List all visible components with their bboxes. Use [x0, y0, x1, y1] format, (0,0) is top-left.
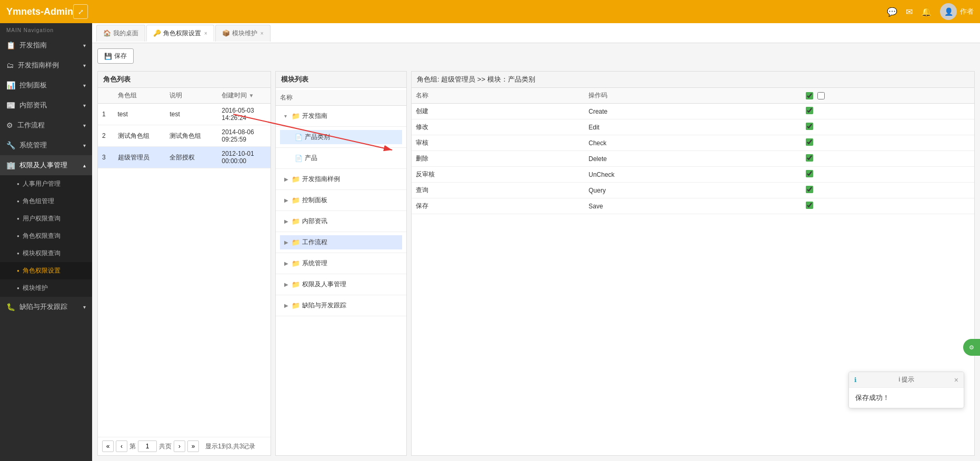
perm-row: 删除 Delete: [412, 151, 974, 167]
checkbox-save[interactable]: [806, 202, 813, 209]
col-desc[interactable]: 说明: [165, 88, 217, 104]
perm-table: 名称 操作码: [412, 88, 974, 214]
sidebar-item-dashboard[interactable]: 📊 控制面板 ▾: [0, 75, 92, 95]
header-actions: 💬 ✉ 🔔 👤 作者: [887, 3, 974, 20]
toast-header: ℹ i 提示 ×: [849, 372, 964, 388]
bell-icon[interactable]: 🔔: [921, 7, 932, 17]
perm-check-query: [802, 183, 974, 198]
tree-row[interactable]: ▶ 📁 内部资讯: [276, 211, 406, 232]
sidebar-item-perm-mgmt[interactable]: 🏢 权限及人事管理 ▴: [0, 155, 92, 175]
folder-icon5: 📁: [292, 238, 300, 246]
table-row[interactable]: 2 测试角色组 测试角色组 2014-08-0609:25:59: [98, 125, 271, 147]
sub-label-user-perm: 用户权限查询: [23, 214, 61, 223]
email-icon[interactable]: ✉: [906, 7, 913, 17]
tree-item-workflow-node[interactable]: ▶ 📁 工作流程: [280, 235, 402, 249]
tree-item-control-panel[interactable]: ▶ 📁 控制面板: [280, 193, 402, 207]
sidebar-item-sys-mgmt[interactable]: 🔧 系统管理 ▾: [0, 135, 92, 155]
workflow-icon: ⚙: [6, 121, 13, 129]
check-all-unchecked[interactable]: [817, 92, 825, 99]
tree-item-dev-guide[interactable]: ▾ 📁 开发指南: [280, 109, 402, 123]
toast-close-button[interactable]: ×: [954, 376, 958, 384]
checkbox-create[interactable]: [806, 107, 813, 114]
sidebar-item-module-maint[interactable]: ● 模块维护: [0, 279, 92, 297]
tree-expand-icon8: ▶: [284, 303, 289, 308]
sidebar-item-bug-track[interactable]: 🐛 缺陷与开发跟踪 ▾: [0, 297, 92, 317]
tree-row[interactable]: 📄 产品类别: [276, 127, 406, 148]
prev-page-button[interactable]: ‹: [116, 440, 127, 452]
sidebar-item-dev-guide[interactable]: 📋 开发指南 ▾: [0, 35, 92, 55]
share-button[interactable]: ⤢: [73, 4, 88, 19]
sidebar-item-dev-example[interactable]: 🗂 开发指南样例 ▾: [0, 55, 92, 75]
sidebar-item-internal[interactable]: 📰 内部资讯 ▾: [0, 95, 92, 115]
tree-row[interactable]: ▶ 📁 工作流程: [276, 232, 406, 253]
tree-row[interactable]: ▶ 📁 权限及人事管理: [276, 274, 406, 295]
toast-title: i 提示: [898, 375, 914, 384]
last-page-button[interactable]: »: [187, 440, 199, 452]
col-created-at[interactable]: 创建时间 ▼: [217, 88, 271, 104]
tab-module-maint[interactable]: 📦 模块维护 ×: [215, 25, 271, 42]
col-role-group[interactable]: 角色组: [114, 88, 166, 104]
brand-logo[interactable]: Ymnets-Admin: [6, 6, 73, 17]
sidebar-item-module-perm[interactable]: ● 模块权限查询: [0, 245, 92, 262]
page-input[interactable]: [138, 440, 157, 452]
checkbox-edit[interactable]: [806, 123, 813, 130]
tree-item-bug-node[interactable]: ▶ 📁 缺陷与开发跟踪: [280, 298, 402, 313]
table-row[interactable]: 1 test test 2016-05-0314:26:24: [98, 104, 271, 125]
role-perm-tab-icon: 🔑: [153, 29, 161, 37]
pagination: « ‹ 第 共页 › » 显示1到3,共3记录: [98, 437, 271, 455]
sidebar-label-dashboard: 控制面板: [19, 81, 47, 90]
col-perm-check: [802, 88, 974, 104]
tree-item-product-cat[interactable]: 📄 产品类别: [280, 130, 402, 144]
sidebar-label-perm-mgmt: 权限及人事管理: [19, 161, 67, 170]
sidebar-item-role-set[interactable]: ● 角色权限设置: [0, 262, 92, 279]
perm-check-create: [802, 104, 974, 119]
sidebar-item-role-perm[interactable]: ● 角色权限查询: [0, 227, 92, 245]
perm-row: 查询 Query: [412, 183, 974, 198]
tab-desktop[interactable]: 🏠 我的桌面: [96, 25, 145, 42]
next-page-button[interactable]: ›: [174, 440, 185, 452]
table-row-selected[interactable]: 3 超级管理员 全部授权 2012-10-0100:00:00: [98, 147, 271, 168]
role-list-header: 角色列表: [98, 72, 271, 88]
tree-item-perm-mgmt-node[interactable]: ▶ 📁 权限及人事管理: [280, 277, 402, 292]
checkbox-query[interactable]: [806, 186, 813, 193]
file-icon: 📄: [295, 134, 303, 141]
user-avatar-area[interactable]: 👤 作者: [940, 3, 974, 20]
message-icon[interactable]: 💬: [887, 7, 897, 17]
total-label: 共页: [159, 442, 172, 451]
nav-label: MAIN Navigation: [0, 23, 92, 35]
first-page-button[interactable]: «: [102, 440, 114, 452]
module-list-header: 模块列表: [276, 72, 406, 88]
chevron-icon: ▾: [83, 83, 86, 88]
tree-item-sys-mgmt-node[interactable]: ▶ 📁 系统管理: [280, 256, 402, 270]
save-button[interactable]: 💾 保存: [97, 48, 134, 64]
tree-item-dev-example[interactable]: ▶ 📁 开发指南样例: [280, 172, 402, 186]
tree-row[interactable]: ▾ 📁 开发指南: [276, 106, 406, 127]
tab-role-perm-set[interactable]: 🔑 角色权限设置 ×: [146, 25, 214, 42]
check-all-checked[interactable]: [806, 92, 813, 99]
tab-label-desktop: 我的桌面: [113, 29, 138, 38]
dev-guide-icon: 📋: [6, 41, 15, 49]
green-circle-button[interactable]: ⚙: [963, 339, 980, 356]
tree-expand-icon4: ▶: [284, 218, 289, 224]
checkbox-uncheck[interactable]: [806, 170, 813, 177]
sidebar-item-role-mgmt[interactable]: ● 角色组管理: [0, 193, 92, 210]
tree-label-product: 产品: [305, 154, 317, 163]
sidebar-item-user-mgmt[interactable]: ● 人事用户管理: [0, 175, 92, 193]
tree-row[interactable]: ▶ 📁 系统管理: [276, 253, 406, 274]
sidebar-item-workflow[interactable]: ⚙ 工作流程 ▾: [0, 115, 92, 135]
folder-icon4: 📁: [292, 217, 300, 225]
tab-close-module-maint[interactable]: ×: [261, 31, 264, 36]
tree-item-internal-info[interactable]: ▶ 📁 内部资讯: [280, 214, 402, 228]
perm-check-save: [802, 198, 974, 214]
tree-row[interactable]: ▶ 📁 缺陷与开发跟踪: [276, 295, 406, 316]
tree-item-product[interactable]: 📄 产品: [280, 151, 402, 165]
tab-close-role-perm[interactable]: ×: [204, 31, 207, 36]
checkbox-check[interactable]: [806, 138, 813, 146]
checkbox-delete[interactable]: [806, 154, 813, 162]
sidebar-item-user-perm[interactable]: ● 用户权限查询: [0, 210, 92, 227]
perm-name-create: 创建: [412, 104, 584, 119]
tree-row[interactable]: ▶ 📁 开发指南样例: [276, 169, 406, 190]
tree-row[interactable]: 📄 产品: [276, 148, 406, 169]
tree-label-dev-example: 开发指南样例: [302, 175, 340, 184]
tree-row[interactable]: ▶ 📁 控制面板: [276, 190, 406, 211]
